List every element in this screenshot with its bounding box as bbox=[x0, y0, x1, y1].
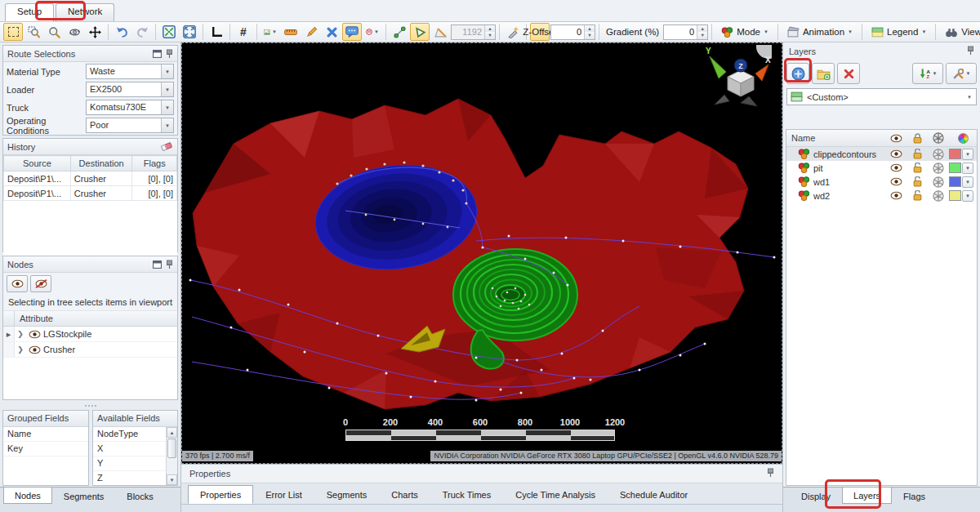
spin-up-icon[interactable]: ▲ bbox=[485, 25, 495, 33]
eye-icon[interactable] bbox=[29, 345, 41, 354]
history-row[interactable]: Deposit\P1\... Crusher [0], [0] bbox=[4, 186, 177, 201]
layer-row-wd2[interactable]: wd2 ▼ bbox=[786, 189, 977, 203]
z-offset-spinner[interactable]: 0 ▲▼ bbox=[550, 24, 595, 40]
spin-up-icon[interactable]: ▲ bbox=[697, 25, 707, 33]
pin-icon[interactable] bbox=[967, 46, 974, 57]
history-col-source[interactable]: Source bbox=[4, 156, 71, 171]
direction-button[interactable] bbox=[410, 23, 430, 41]
grid-button[interactable]: # bbox=[234, 23, 253, 41]
scroll-down-icon[interactable]: ▼ bbox=[167, 474, 177, 485]
show-all-button[interactable] bbox=[7, 275, 28, 292]
layer-settings-button[interactable]: ▼ bbox=[946, 63, 977, 84]
dropdown-caret[interactable]: ▼ bbox=[161, 118, 173, 132]
tab-network[interactable]: Network bbox=[56, 3, 114, 21]
color-dropdown[interactable]: ▼ bbox=[962, 149, 973, 160]
spinner-arrows[interactable]: ▲▼ bbox=[484, 25, 495, 39]
layer-visibility-toggle[interactable] bbox=[885, 149, 906, 158]
layer-lock-toggle[interactable] bbox=[906, 163, 928, 173]
color-dropdown[interactable]: ▼ bbox=[962, 190, 973, 202]
delete-button[interactable] bbox=[322, 23, 341, 41]
grouped-field-item[interactable]: Name bbox=[3, 427, 88, 442]
spinner-arrows[interactable]: ▲▼ bbox=[584, 25, 595, 39]
eraser-icon[interactable] bbox=[160, 141, 173, 152]
collapse-icon[interactable] bbox=[153, 50, 162, 58]
tab-truck-times[interactable]: Truck Times bbox=[430, 485, 504, 504]
spin-down-icon[interactable]: ▼ bbox=[585, 32, 595, 39]
tab-properties[interactable]: Properties bbox=[188, 485, 253, 504]
grouped-fields-title[interactable]: Grouped Fields bbox=[3, 411, 88, 427]
expand-icon[interactable]: ❯ bbox=[15, 345, 26, 354]
animation-dropdown[interactable]: Animation▼ bbox=[782, 23, 858, 41]
layer-name-column[interactable]: Name bbox=[791, 133, 885, 143]
spin-down-icon[interactable]: ▼ bbox=[697, 32, 707, 39]
pin-icon[interactable] bbox=[166, 260, 173, 269]
expand-icon[interactable]: ❯ bbox=[15, 330, 26, 338]
history-row[interactable]: Deposit\P1\... Crusher [0], [0] bbox=[4, 171, 177, 186]
background-image-button[interactable]: ▼ bbox=[261, 23, 280, 41]
layer-color-swatch[interactable] bbox=[949, 163, 961, 173]
layer-color-swatch[interactable] bbox=[949, 176, 961, 187]
add-layer-group-button[interactable] bbox=[812, 63, 835, 84]
tab-charts[interactable]: Charts bbox=[379, 485, 430, 504]
color-column-icon[interactable] bbox=[949, 133, 977, 144]
tab-setup[interactable]: Setup bbox=[5, 3, 54, 21]
pan-button[interactable] bbox=[85, 23, 105, 41]
available-fields-title[interactable]: Available Fields bbox=[93, 411, 177, 427]
available-field-item[interactable]: NodeType bbox=[93, 427, 166, 442]
layer-fan-toggle[interactable] bbox=[928, 163, 949, 174]
tab-segments[interactable]: Segments bbox=[52, 488, 116, 505]
tree-item-crusher[interactable]: ❯ Crusher bbox=[3, 342, 177, 358]
draw-button[interactable] bbox=[301, 23, 321, 41]
visibility-column-icon[interactable] bbox=[885, 134, 906, 143]
layer-lock-toggle[interactable] bbox=[906, 149, 928, 159]
rotate-view-button[interactable] bbox=[65, 23, 84, 41]
layer-color-swatch[interactable] bbox=[949, 149, 961, 159]
viewport-3d[interactable]: Z Y X 0 200 400 600 800 1000 1200 370 fp… bbox=[181, 42, 782, 464]
grouped-field-item[interactable]: Key bbox=[3, 442, 88, 456]
fields-scrollbar[interactable]: ▲ ▼ bbox=[166, 427, 177, 485]
available-field-item[interactable]: X bbox=[93, 442, 166, 456]
collapse-icon[interactable] bbox=[153, 260, 162, 269]
dropdown-caret[interactable]: ▼ bbox=[161, 100, 173, 114]
spin-down-icon[interactable]: ▼ bbox=[485, 32, 495, 39]
hide-all-button[interactable] bbox=[30, 275, 51, 292]
tab-layers[interactable]: Layers bbox=[842, 488, 892, 504]
comments-button[interactable] bbox=[342, 23, 362, 41]
tab-blocks[interactable]: Blocks bbox=[115, 488, 164, 505]
available-field-item[interactable]: Y bbox=[93, 456, 166, 471]
zoom-extents-button[interactable] bbox=[180, 23, 199, 41]
layer-fan-toggle[interactable] bbox=[928, 149, 949, 160]
layer-visibility-toggle[interactable] bbox=[885, 163, 906, 172]
sort-layers-button[interactable]: AZ ▼ bbox=[912, 63, 943, 84]
layer-lock-toggle[interactable] bbox=[906, 190, 928, 201]
mode-dropdown[interactable]: Mode▼ bbox=[715, 23, 774, 41]
zoom-button[interactable] bbox=[44, 23, 64, 41]
spinner-arrows[interactable]: ▲▼ bbox=[697, 25, 707, 39]
eye-icon[interactable] bbox=[29, 330, 41, 339]
lock-column-icon[interactable] bbox=[906, 133, 928, 144]
grade-button[interactable] bbox=[430, 23, 450, 41]
pin-icon[interactable] bbox=[166, 49, 173, 59]
operating-conditions-select[interactable]: Poor▼ bbox=[86, 118, 174, 133]
add-segment-button[interactable] bbox=[390, 23, 409, 41]
axis-gizmo[interactable]: Z Y X bbox=[703, 45, 772, 107]
attribute-column-header[interactable]: Attribute bbox=[15, 311, 177, 326]
layer-fan-toggle[interactable] bbox=[928, 190, 949, 202]
horizontal-splitter[interactable] bbox=[2, 403, 178, 408]
fan-column-icon[interactable] bbox=[928, 132, 949, 144]
tab-flags[interactable]: Flags bbox=[892, 488, 937, 505]
color-dropdown[interactable]: ▼ bbox=[962, 176, 973, 188]
dropdown-caret[interactable]: ▼ bbox=[161, 65, 173, 78]
layer-visibility-toggle[interactable] bbox=[885, 191, 906, 200]
scroll-thumb[interactable] bbox=[167, 439, 176, 458]
speed-limit-button[interactable]: 50 ▼ bbox=[363, 23, 382, 41]
history-col-destination[interactable]: Destination bbox=[70, 156, 132, 171]
truck-select[interactable]: Komatsu730E▼ bbox=[86, 100, 174, 115]
layer-visibility-toggle[interactable] bbox=[885, 177, 906, 186]
dropdown-caret[interactable]: ▼ bbox=[963, 89, 976, 105]
tab-cycle-time-analysis[interactable]: Cycle Time Analysis bbox=[503, 485, 608, 504]
layer-color-swatch[interactable] bbox=[949, 190, 961, 201]
tab-display[interactable]: Display bbox=[790, 488, 842, 505]
spin-up-icon[interactable]: ▲ bbox=[585, 25, 595, 33]
dropdown-caret[interactable]: ▼ bbox=[161, 82, 173, 96]
